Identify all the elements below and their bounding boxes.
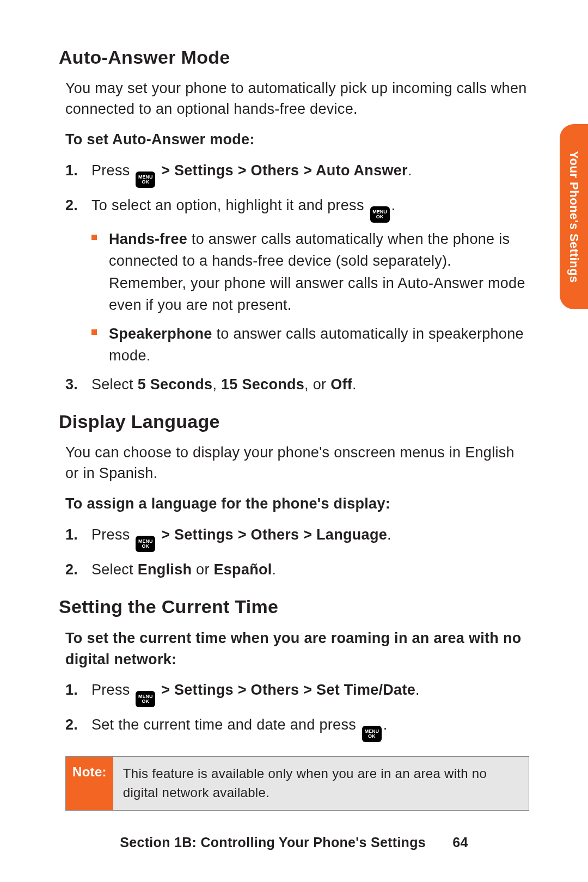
menu-ok-key-icon: MENUOK (362, 726, 382, 742)
step-2: 2. To select an option, highlight it and… (65, 194, 529, 367)
side-tab: Your Phone's Settings (560, 124, 588, 309)
text: or (192, 561, 213, 578)
page-footer: Section 1B: Controlling Your Phone's Set… (0, 835, 588, 850)
option-name: Speakerphone (109, 326, 212, 342)
text: . (408, 162, 412, 179)
text: . (391, 197, 396, 213)
nav-path: > Settings > Others > Auto Answer (157, 162, 408, 179)
option-hands-free: Hands-free to answer calls automatically… (91, 228, 529, 316)
text: Select (91, 561, 138, 578)
menu-ok-key-icon: MENUOK (370, 206, 390, 223)
steps-display-language: 1. Press MENUOK > Settings > Others > La… (65, 524, 529, 581)
menu-ok-key-icon: MENUOK (136, 171, 155, 188)
text: . (352, 376, 357, 393)
subhead-display-language: To assign a language for the phone's dis… (65, 493, 529, 514)
option: 15 Seconds (221, 376, 304, 393)
steps-auto-answer: 1. Press MENUOK > Settings > Others > Au… (65, 160, 529, 396)
note-body: This feature is available only when you … (113, 757, 529, 810)
subhead-set-time: To set the current time when you are roa… (65, 628, 529, 670)
footer-section: Section 1B: Controlling Your Phone's Set… (120, 835, 426, 850)
note-box: Note: This feature is available only whe… (65, 756, 529, 811)
text: Press (91, 162, 134, 179)
steps-set-time: 1. Press MENUOK > Settings > Others > Se… (65, 679, 529, 742)
side-tab-label: Your Phone's Settings (567, 151, 581, 283)
option-speakerphone: Speakerphone to answer calls automatical… (91, 323, 529, 367)
heading-set-time: Setting the Current Time (59, 596, 529, 618)
nav-path: > Settings > Others > Language (157, 526, 387, 543)
option: Español (213, 561, 272, 578)
intro-display-language: You can choose to display your phone's o… (65, 443, 529, 484)
text: . (415, 682, 420, 698)
options-list: Hands-free to answer calls automatically… (91, 228, 529, 367)
option: 5 Seconds (138, 376, 213, 393)
step-1: 1. Press MENUOK > Settings > Others > La… (65, 524, 529, 552)
text: Press (91, 682, 134, 698)
text: Press (91, 526, 134, 543)
nav-path: > Settings > Others > Set Time/Date (157, 682, 415, 698)
step-1: 1. Press MENUOK > Settings > Others > Se… (65, 679, 529, 707)
bullet-icon (91, 235, 97, 240)
text: To select an option, highlight it and pr… (91, 197, 369, 213)
step-2: 2. Set the current time and date and pre… (65, 714, 529, 742)
text: . (387, 526, 391, 543)
manual-page: Your Phone's Settings Auto-Answer Mode Y… (0, 0, 588, 882)
menu-ok-key-icon: MENUOK (136, 691, 155, 707)
step-1: 1. Press MENUOK > Settings > Others > Au… (65, 160, 529, 188)
step-3: 3. Select 5 Seconds, 15 Seconds, or Off. (65, 373, 529, 396)
page-number: 64 (452, 835, 468, 850)
bullet-icon (91, 329, 97, 335)
text: , or (304, 376, 330, 393)
text: , (212, 376, 221, 393)
heading-display-language: Display Language (59, 411, 529, 433)
note-label: Note: (66, 757, 113, 810)
menu-ok-key-icon: MENUOK (136, 536, 155, 552)
text: Select (91, 376, 138, 393)
heading-auto-answer: Auto-Answer Mode (59, 46, 529, 69)
subhead-auto-answer: To set Auto-Answer mode: (65, 129, 529, 150)
option-name: Hands-free (109, 231, 187, 247)
text: . (383, 716, 388, 733)
option: Off (330, 376, 352, 393)
step-2: 2. Select English or Español. (65, 559, 529, 581)
intro-auto-answer: You may set your phone to automatically … (65, 78, 529, 120)
text: Set the current time and date and press (91, 716, 360, 733)
text: . (272, 561, 277, 578)
option: English (138, 561, 192, 578)
